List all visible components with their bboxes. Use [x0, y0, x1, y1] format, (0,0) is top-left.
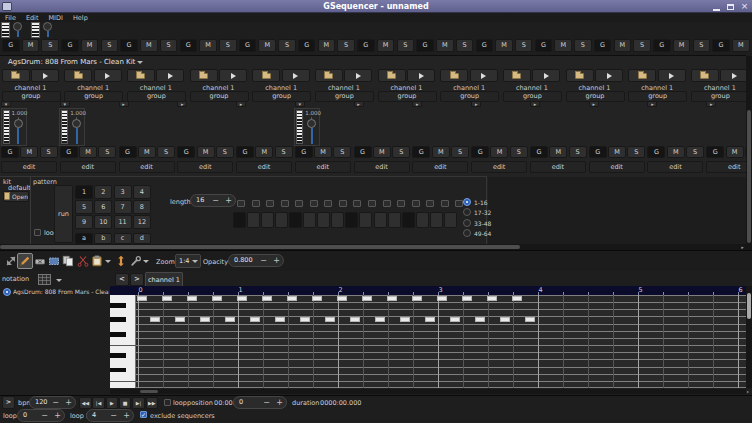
line-gms-g-button[interactable]: G: [119, 146, 137, 158]
line-expander-button[interactable]: ▸: [647, 101, 657, 107]
line-gms-m-button[interactable]: M: [432, 146, 450, 158]
tools-menu-arrow-button[interactable]: [141, 253, 150, 269]
length-spin[interactable]: 16−+: [190, 194, 236, 207]
line-edit-button[interactable]: edit: [177, 161, 233, 173]
line-gms-m-button[interactable]: M: [20, 146, 38, 158]
notation-v-scrollbar-handle[interactable]: [747, 293, 751, 319]
line-volume-slider-handle[interactable]: [14, 119, 23, 128]
pad-play-button[interactable]: [282, 69, 310, 82]
exclude-sequencers-checkbox[interactable]: ✓: [140, 411, 147, 418]
gms-s-button[interactable]: S: [515, 39, 533, 52]
loop-r-spin[interactable]: 4−+: [86, 409, 134, 422]
pad-open-button[interactable]: [503, 69, 531, 82]
bank-5-button[interactable]: 5: [75, 200, 93, 214]
line-gms-m-button[interactable]: M: [79, 146, 97, 158]
notation-grid[interactable]: [136, 295, 746, 388]
pattern-step-10[interactable]: [359, 212, 372, 228]
line-gms-g-button[interactable]: G: [354, 146, 372, 158]
note[interactable]: [500, 317, 510, 322]
gms-s-button[interactable]: S: [278, 39, 296, 52]
length-spin-decrement-button[interactable]: −: [209, 195, 222, 206]
gms-g-button[interactable]: G: [476, 39, 494, 52]
machine-h-scrollbar-arrow[interactable]: ▸: [739, 244, 746, 250]
line-gms-s-button[interactable]: S: [569, 146, 587, 158]
note[interactable]: [350, 317, 360, 322]
opacity-spin-increment-button[interactable]: +: [270, 255, 283, 266]
note[interactable]: [237, 296, 247, 301]
offset-radio-1-16[interactable]: [463, 198, 471, 206]
pad-open-button[interactable]: [691, 69, 719, 82]
line-expander-button[interactable]: ▸: [706, 101, 716, 107]
gms-g-button[interactable]: G: [120, 39, 138, 52]
pad-play-button[interactable]: [658, 69, 686, 82]
pad-play-button[interactable]: [595, 69, 623, 82]
pad-open-button[interactable]: [440, 69, 468, 82]
line-gms-g-button[interactable]: G: [177, 146, 195, 158]
line-edit-button[interactable]: edit: [354, 161, 410, 173]
gms-g-button[interactable]: G: [2, 39, 20, 52]
note[interactable]: [337, 296, 347, 301]
line-expander-button[interactable]: ▸: [471, 101, 481, 107]
note[interactable]: [512, 296, 522, 301]
bpm-spin[interactable]: 120−+: [29, 396, 76, 409]
machine-h-scrollbar[interactable]: [0, 244, 746, 250]
gms-s-button[interactable]: S: [633, 39, 651, 52]
next-tab-button[interactable]: >: [130, 273, 144, 286]
pad-play-button[interactable]: [344, 69, 372, 82]
line-expander-button[interactable]: ▾: [60, 101, 70, 107]
pad-play-button[interactable]: [94, 69, 122, 82]
gms-s-button[interactable]: S: [41, 39, 59, 52]
note[interactable]: [137, 296, 147, 301]
pad-open-button[interactable]: [2, 69, 30, 82]
pad-play-button[interactable]: [470, 69, 498, 82]
window-menu-icon[interactable]: [2, 2, 12, 11]
bank-4-button[interactable]: 4: [133, 185, 151, 199]
note[interactable]: [400, 317, 410, 322]
open-button[interactable]: Open: [3, 191, 29, 202]
piano-keyboard[interactable]: [110, 295, 136, 388]
gms-m-button[interactable]: M: [436, 39, 454, 52]
pattern-step-16[interactable]: [444, 212, 457, 228]
machine-selector-radio[interactable]: [3, 288, 11, 296]
gms-m-button[interactable]: M: [554, 39, 572, 52]
black-key[interactable]: [110, 353, 126, 358]
line-gms-g-button[interactable]: G: [471, 146, 489, 158]
pad-open-button[interactable]: [127, 69, 155, 82]
line-edit-button[interactable]: edit: [589, 161, 645, 173]
note[interactable]: [187, 296, 197, 301]
note[interactable]: [462, 296, 472, 301]
note[interactable]: [525, 317, 535, 322]
note[interactable]: [312, 296, 322, 301]
note[interactable]: [425, 317, 435, 322]
next-button[interactable]: ▶|: [132, 397, 145, 409]
note[interactable]: [437, 296, 447, 301]
forward-button[interactable]: ▶▶: [146, 397, 159, 409]
line-gms-m-button[interactable]: M: [373, 146, 391, 158]
gms-m-button[interactable]: M: [318, 39, 336, 52]
gms-m-button[interactable]: M: [22, 39, 40, 52]
pad-open-button[interactable]: [566, 69, 594, 82]
gms-m-button[interactable]: M: [199, 39, 217, 52]
line-gms-m-button[interactable]: M: [138, 146, 156, 158]
line-gms-s-button[interactable]: S: [275, 146, 293, 158]
pad-open-button[interactable]: [315, 69, 343, 82]
bank-7-button[interactable]: 7: [114, 200, 132, 214]
position-spin-decrement-button[interactable]: −: [260, 397, 273, 408]
line-edit-button[interactable]: edit: [119, 161, 175, 173]
paste-menu-arrow-button[interactable]: [103, 253, 112, 269]
gms-g-button[interactable]: G: [61, 39, 79, 52]
line-gms-g-button[interactable]: G: [647, 146, 665, 158]
line-gms-s-button[interactable]: S: [40, 146, 58, 158]
pad-group-button[interactable]: group: [691, 91, 750, 102]
bank-6-button[interactable]: 6: [94, 200, 112, 214]
pad-play-button[interactable]: [156, 69, 184, 82]
pad-group-button[interactable]: group: [64, 91, 123, 102]
gms-g-button[interactable]: G: [535, 39, 553, 52]
gms-m-button[interactable]: M: [495, 39, 513, 52]
note[interactable]: [162, 296, 172, 301]
gms-s-button[interactable]: S: [574, 39, 592, 52]
bank-b-button[interactable]: b: [94, 233, 112, 244]
close-button[interactable]: ×: [739, 1, 750, 12]
volume-knob[interactable]: [12, 22, 24, 38]
edit-tool-button[interactable]: [17, 253, 33, 269]
